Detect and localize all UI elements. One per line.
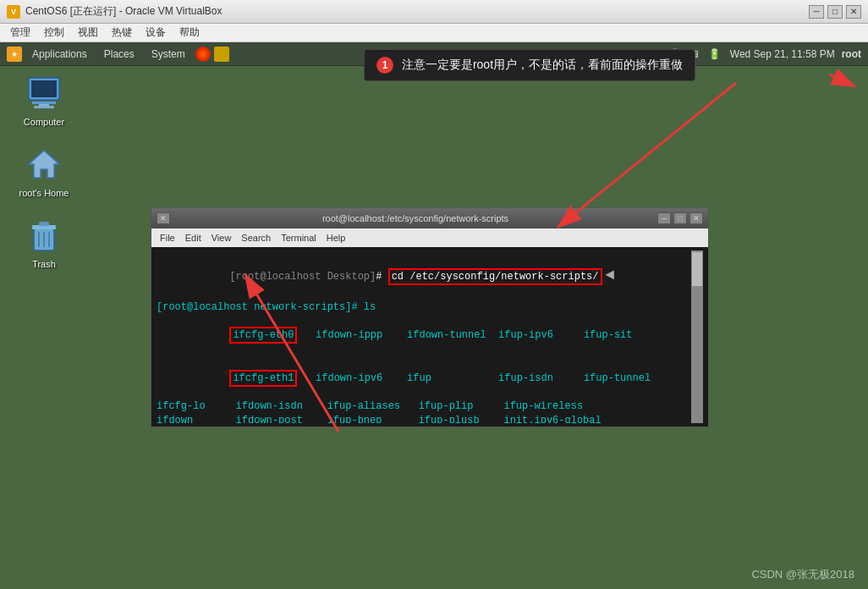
svg-rect-8 bbox=[39, 222, 49, 226]
trash-icon-image bbox=[24, 215, 64, 256]
terminal-text: [root@localhost Desktop]# cd /etc/syscon… bbox=[157, 250, 691, 423]
panel-time: Wed Sep 21, 11:58 PM bbox=[730, 48, 835, 60]
svg-marker-5 bbox=[29, 151, 59, 178]
terminal-close-button[interactable]: ✕ bbox=[157, 212, 170, 224]
terminal-content[interactable]: [root@localhost Desktop]# cd /etc/syscon… bbox=[151, 247, 708, 427]
svg-rect-2 bbox=[32, 102, 56, 104]
svg-rect-4 bbox=[34, 106, 54, 108]
terminal-menu-edit[interactable]: Edit bbox=[180, 231, 206, 245]
vbox-menu-control[interactable]: 控制 bbox=[37, 24, 71, 41]
panel-system[interactable]: System bbox=[145, 47, 192, 62]
panel-user[interactable]: root bbox=[842, 48, 861, 60]
terminal-restore-button[interactable]: □ bbox=[673, 212, 687, 224]
home-icon-image bbox=[24, 144, 64, 184]
terminal-titlebar: ✕ root@localhost:/etc/sysconfig/network-… bbox=[151, 208, 708, 228]
vbox-menu-hotkey[interactable]: 热键 bbox=[105, 24, 139, 41]
trash-svg bbox=[25, 217, 63, 254]
terminal-menu-help[interactable]: Help bbox=[321, 231, 351, 245]
home-svg bbox=[25, 146, 63, 183]
restore-button[interactable]: □ bbox=[827, 5, 843, 19]
desktop-icons: Computer root's Home bbox=[10, 73, 78, 269]
terminal-window[interactable]: ✕ root@localhost:/etc/sysconfig/network-… bbox=[151, 207, 709, 427]
terminal-menu-file[interactable]: File bbox=[155, 231, 180, 245]
csdn-watermark: CSDN @张无极2018 bbox=[751, 567, 854, 582]
minimize-button[interactable]: ─ bbox=[809, 5, 824, 19]
svg-line-13 bbox=[829, 74, 854, 86]
home-label: root's Home bbox=[19, 188, 69, 198]
terminal-window-buttons: ─ □ ✕ bbox=[657, 212, 703, 224]
battery-icon[interactable]: 🔋 bbox=[706, 46, 723, 63]
close-button[interactable]: ✕ bbox=[846, 5, 861, 19]
vbox-menu-devices[interactable]: 设备 bbox=[139, 24, 173, 41]
apps-icon: ★ bbox=[7, 47, 22, 62]
computer-label: Computer bbox=[24, 117, 64, 127]
svg-rect-3 bbox=[39, 104, 49, 106]
computer-icon-image bbox=[24, 73, 64, 113]
terminal-menu-terminal[interactable]: Terminal bbox=[276, 231, 321, 245]
firefox-icon[interactable] bbox=[195, 47, 211, 62]
virtualbox-window: V CentOS6 [正在运行] - Oracle VM VirtualBox … bbox=[0, 0, 868, 589]
terminal-menu-view[interactable]: View bbox=[206, 231, 237, 245]
panel-left: ★ Applications Places System bbox=[7, 47, 229, 62]
vbox-title: CentOS6 [正在运行] - Oracle VM VirtualBox bbox=[25, 4, 809, 19]
guest-area: ★ Applications Places System 🔊 🖥 🔋 bbox=[0, 42, 868, 589]
computer-svg bbox=[25, 74, 63, 112]
annotation-number: 1 bbox=[376, 57, 393, 74]
terminal-minimize-button[interactable]: ─ bbox=[657, 212, 671, 224]
panel-places[interactable]: Places bbox=[97, 47, 141, 62]
trash-icon[interactable]: Trash bbox=[10, 215, 78, 269]
terminal-title: root@localhost:/etc/sysconfig/network-sc… bbox=[173, 213, 657, 223]
terminal-scrollbar[interactable] bbox=[691, 250, 703, 423]
vbox-menu-manage[interactable]: 管理 bbox=[3, 24, 37, 41]
vbox-menu-help[interactable]: 帮助 bbox=[173, 24, 206, 41]
vbox-titlebar: V CentOS6 [正在运行] - Oracle VM VirtualBox … bbox=[0, 0, 868, 24]
svg-line-14 bbox=[558, 83, 736, 227]
vbox-menu-view[interactable]: 视图 bbox=[71, 24, 105, 41]
annotation-bubble: 1 注意一定要是root用户，不是的话，看前面的操作重做 bbox=[364, 49, 695, 81]
terminal-menubar: File Edit View Search Terminal Help bbox=[151, 228, 708, 247]
terminal-scrollbar-thumb[interactable] bbox=[692, 252, 702, 286]
home-icon[interactable]: root's Home bbox=[10, 144, 78, 198]
edit-icon[interactable] bbox=[214, 47, 229, 62]
terminal-close-x-button[interactable]: ✕ bbox=[689, 212, 703, 224]
vbox-icon: V bbox=[7, 5, 20, 19]
terminal-menu-search[interactable]: Search bbox=[236, 231, 276, 245]
annotation-text: 注意一定要是root用户，不是的话，看前面的操作重做 bbox=[402, 58, 683, 71]
panel-applications[interactable]: Applications bbox=[25, 47, 94, 62]
computer-icon[interactable]: Computer bbox=[10, 73, 78, 127]
trash-label: Trash bbox=[32, 259, 56, 269]
svg-rect-1 bbox=[31, 80, 57, 97]
window-controls: ─ □ ✕ bbox=[809, 5, 861, 19]
apps-star-icon: ★ bbox=[7, 47, 22, 62]
vbox-menubar: 管理 控制 视图 热键 设备 帮助 bbox=[0, 24, 868, 42]
